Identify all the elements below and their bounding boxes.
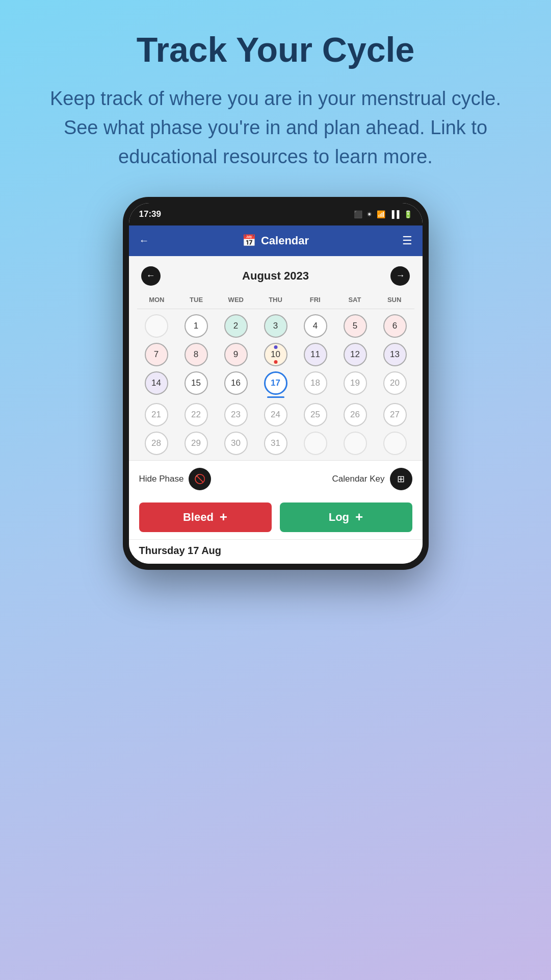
calendar-area: ← August 2023 → MON TUE WED THU FRI SAT … (129, 256, 423, 460)
cal-cell-20[interactable]: 20 (376, 369, 414, 400)
bleed-label: Bleed (183, 511, 214, 524)
calendar-key-control: Calendar Key ⊞ (332, 468, 412, 490)
cal-cell-27[interactable]: 27 (376, 401, 414, 429)
calendar-key-label: Calendar Key (332, 474, 384, 484)
cal-cell-26[interactable]: 26 (336, 401, 375, 429)
back-button[interactable]: ← (139, 235, 149, 246)
hide-phase-label: Hide Phase (139, 474, 184, 484)
cal-cell-17[interactable]: 17 (256, 369, 295, 400)
cal-cell-4[interactable]: 4 (296, 312, 335, 340)
bleed-plus-icon: + (220, 509, 227, 525)
cal-cell-28[interactable]: 28 (137, 430, 176, 457)
eye-slash-icon: 🚫 (194, 473, 205, 485)
cal-cell-23[interactable]: 23 (217, 401, 255, 429)
calendar-icon: 📅 (242, 234, 256, 247)
calendar-grid: 1 2 3 4 5 6 (137, 309, 414, 460)
day-header-wed: WED (216, 294, 256, 306)
cal-cell-11[interactable]: 11 (296, 341, 335, 368)
cal-cell-24[interactable]: 24 (256, 401, 295, 429)
cal-cell-empty3[interactable] (336, 430, 375, 457)
log-label: Log (329, 511, 349, 524)
cal-cell-22[interactable]: 22 (177, 401, 216, 429)
hide-phase-control: Hide Phase 🚫 (139, 468, 212, 490)
month-title: August 2023 (242, 269, 309, 283)
app-header: ← 📅 Calendar ☰ (129, 225, 423, 256)
month-nav: ← August 2023 → (137, 261, 414, 291)
status-bar: 17:39 ⬛ ✴ 📶 ▐▐ 🔋 (129, 203, 423, 225)
cal-cell-empty2[interactable] (296, 430, 335, 457)
battery-icon: 🔋 (404, 210, 412, 218)
day-header-thu: THU (256, 294, 296, 306)
status-icons: ⬛ ✴ 📶 ▐▐ 🔋 (354, 210, 412, 218)
cal-cell-16[interactable]: 16 (217, 369, 255, 400)
bottom-date-label: Thursday 17 Aug (129, 539, 423, 564)
cal-cell-6[interactable]: 6 (376, 312, 414, 340)
cal-cell-10[interactable]: 10 (256, 341, 295, 368)
calendar-key-button[interactable]: ⊞ (390, 468, 412, 490)
log-button[interactable]: Log + (280, 502, 412, 532)
phone-screen: 17:39 ⬛ ✴ 📶 ▐▐ 🔋 ← 📅 Calendar ☰ (129, 203, 423, 564)
bleed-button[interactable]: Bleed + (139, 502, 272, 532)
cal-cell-9[interactable]: 9 (217, 341, 255, 368)
page-title: Track Your Cycle (137, 31, 415, 69)
qr-icon: ⊞ (397, 473, 405, 485)
cal-cell-19[interactable]: 19 (336, 369, 375, 400)
cal-cell-empty1[interactable] (137, 312, 176, 340)
cal-cell-25[interactable]: 25 (296, 401, 335, 429)
header-title: Calendar (261, 234, 309, 247)
cal-cell-14[interactable]: 14 (137, 369, 176, 400)
next-month-button[interactable]: → (390, 266, 410, 286)
wifi-icon: 📶 (377, 210, 385, 218)
phone-mockup: 17:39 ⬛ ✴ 📶 ▐▐ 🔋 ← 📅 Calendar ☰ (123, 197, 429, 570)
cal-cell-8[interactable]: 8 (177, 341, 216, 368)
nfc-icon: ⬛ (354, 210, 362, 218)
header-title-area: 📅 Calendar (242, 234, 309, 247)
cal-cell-29[interactable]: 29 (177, 430, 216, 457)
cal-cell-7[interactable]: 7 (137, 341, 176, 368)
cal-cell-1[interactable]: 1 (177, 312, 216, 340)
cal-cell-12[interactable]: 12 (336, 341, 375, 368)
cal-cell-31[interactable]: 31 (256, 430, 295, 457)
cal-cell-5[interactable]: 5 (336, 312, 375, 340)
day-header-sat: SAT (335, 294, 375, 306)
day-header-sun: SUN (375, 294, 414, 306)
cal-cell-15[interactable]: 15 (177, 369, 216, 400)
cal-cell-30[interactable]: 30 (217, 430, 255, 457)
cal-cell-2[interactable]: 2 (217, 312, 255, 340)
page-subtitle: Keep track of where you are in your mens… (46, 84, 505, 171)
status-time: 17:39 (139, 209, 161, 219)
cal-cell-21[interactable]: 21 (137, 401, 176, 429)
action-buttons: Bleed + Log + (129, 497, 423, 539)
cal-cell-3[interactable]: 3 (256, 312, 295, 340)
day-header-mon: MON (137, 294, 177, 306)
day-headers: MON TUE WED THU FRI SAT SUN (137, 291, 414, 309)
signal-icon: ▐▐ (389, 210, 400, 218)
log-plus-icon: + (355, 509, 363, 525)
bottom-controls: Hide Phase 🚫 Calendar Key ⊞ (129, 460, 423, 497)
prev-month-button[interactable]: ← (141, 266, 161, 286)
cal-cell-18[interactable]: 18 (296, 369, 335, 400)
day-header-fri: FRI (295, 294, 335, 306)
cal-cell-empty4[interactable] (376, 430, 414, 457)
day-header-tue: TUE (176, 294, 216, 306)
hide-phase-button[interactable]: 🚫 (189, 468, 211, 490)
cal-cell-13[interactable]: 13 (376, 341, 414, 368)
bluetooth-icon: ✴ (366, 210, 373, 218)
menu-button[interactable]: ☰ (402, 234, 412, 247)
